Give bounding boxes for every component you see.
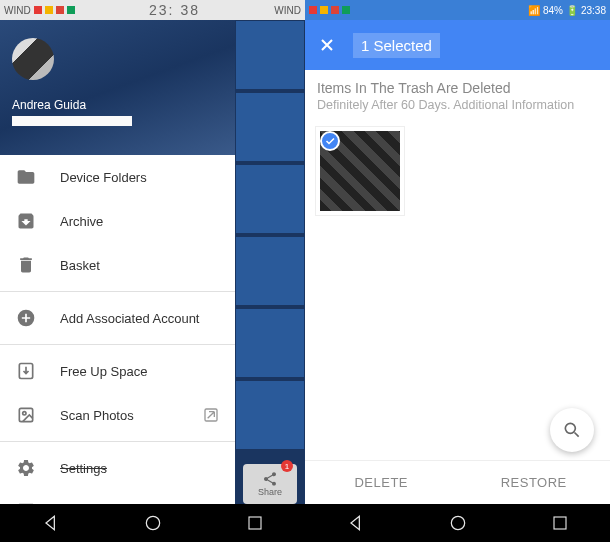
- search-fab[interactable]: [550, 408, 594, 452]
- nav-back[interactable]: [346, 513, 366, 533]
- divider: [0, 441, 235, 442]
- android-nav-bar: [0, 504, 305, 542]
- magnify-icon: [562, 420, 582, 440]
- svg-point-8: [452, 516, 465, 529]
- wifi-icon: 📶: [528, 5, 540, 16]
- free-space-icon: [16, 361, 36, 381]
- svg-rect-6: [249, 517, 261, 529]
- right-phone: 📶 84% 🔋 23:38 1 Selected Items In The Tr…: [305, 0, 610, 542]
- gear-icon: [16, 458, 36, 478]
- status-clock: 23: 38: [149, 2, 200, 18]
- battery-icon: 🔋: [566, 5, 578, 16]
- add-account-icon: [16, 308, 36, 328]
- trash-grid: [305, 126, 610, 216]
- menu-list: Device Folders Archive Basket Add Associ…: [0, 155, 235, 542]
- nav-home[interactable]: [143, 513, 163, 533]
- divider: [0, 291, 235, 292]
- divider: [0, 344, 235, 345]
- external-link-icon: [203, 407, 219, 423]
- svg-rect-9: [554, 517, 566, 529]
- menu-label: Free Up Space: [60, 364, 147, 379]
- svg-point-3: [23, 412, 26, 415]
- nav-home[interactable]: [448, 513, 468, 533]
- archive-icon: [16, 211, 36, 231]
- restore-button[interactable]: RESTORE: [458, 461, 611, 504]
- svg-point-7: [565, 423, 575, 433]
- menu-basket[interactable]: Basket: [0, 243, 235, 287]
- drawer-header: Andrea Guida: [0, 20, 235, 155]
- trash-thumbnail[interactable]: [315, 126, 405, 216]
- share-badge: 1: [281, 460, 293, 472]
- menu-scan-photos[interactable]: Scan Photos: [0, 393, 235, 437]
- menu-free-space[interactable]: Free Up Space: [0, 349, 235, 393]
- menu-archive[interactable]: Archive: [0, 199, 235, 243]
- menu-settings[interactable]: Settings: [0, 446, 235, 490]
- scan-icon: [16, 405, 36, 425]
- trash-info-subtitle: Definitely After 60 Days. Additional Inf…: [317, 98, 598, 112]
- folder-icon: [16, 167, 36, 187]
- android-nav-bar-right: [305, 504, 610, 542]
- menu-device-folders[interactable]: Device Folders: [0, 155, 235, 199]
- delete-button[interactable]: DELETE: [305, 461, 458, 504]
- svg-point-5: [147, 516, 160, 529]
- user-avatar[interactable]: [12, 38, 54, 80]
- menu-add-account[interactable]: Add Associated Account: [0, 296, 235, 340]
- trash-icon: [16, 255, 36, 275]
- trash-info: Items In The Trash Are Deleted Definitel…: [305, 70, 610, 126]
- nav-recent[interactable]: [246, 514, 264, 532]
- left-phone: WIND 23: 38 WIND Andrea Guida: [0, 0, 305, 542]
- status-bar-left: WIND 23: 38 WIND: [0, 0, 305, 20]
- user-name: Andrea Guida: [12, 98, 223, 112]
- navigation-drawer: Andrea Guida Device Folders Archive Bask…: [0, 20, 235, 542]
- menu-label: Settings: [60, 461, 107, 476]
- status-clock-right: 23:38: [581, 5, 606, 16]
- selected-check-icon: [320, 131, 340, 151]
- selection-count: 1 Selected: [353, 33, 440, 58]
- status-bar-right: 📶 84% 🔋 23:38: [305, 0, 610, 20]
- carrier-label: WIND: [4, 5, 31, 16]
- menu-label: Device Folders: [60, 170, 147, 185]
- menu-label: Scan Photos: [60, 408, 134, 423]
- carrier-label-2: WIND: [274, 5, 301, 16]
- menu-label: Add Associated Account: [60, 311, 199, 326]
- selection-header: 1 Selected: [305, 20, 610, 70]
- action-bar: DELETE RESTORE: [305, 460, 610, 504]
- user-email-bar: [12, 116, 132, 126]
- share-label: Share: [258, 487, 282, 497]
- nav-back[interactable]: [41, 513, 61, 533]
- trash-info-title: Items In The Trash Are Deleted: [317, 80, 598, 96]
- menu-label: Basket: [60, 258, 100, 273]
- menu-label: Archive: [60, 214, 103, 229]
- share-icon: [262, 471, 278, 487]
- close-icon[interactable]: [317, 35, 337, 55]
- share-button[interactable]: 1 Share: [243, 464, 297, 504]
- nav-recent[interactable]: [551, 514, 569, 532]
- battery-pct: 84%: [543, 5, 563, 16]
